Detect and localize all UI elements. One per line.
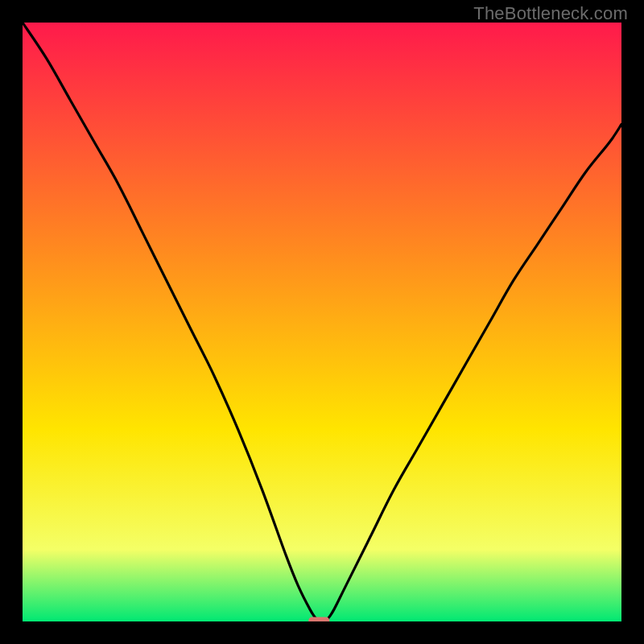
plot-area (23, 23, 621, 621)
optimal-point-marker (308, 617, 329, 621)
watermark-text: TheBottleneck.com (473, 3, 628, 24)
gradient-background (23, 23, 621, 621)
chart-svg (23, 23, 621, 621)
outer-frame: TheBottleneck.com (0, 0, 644, 644)
